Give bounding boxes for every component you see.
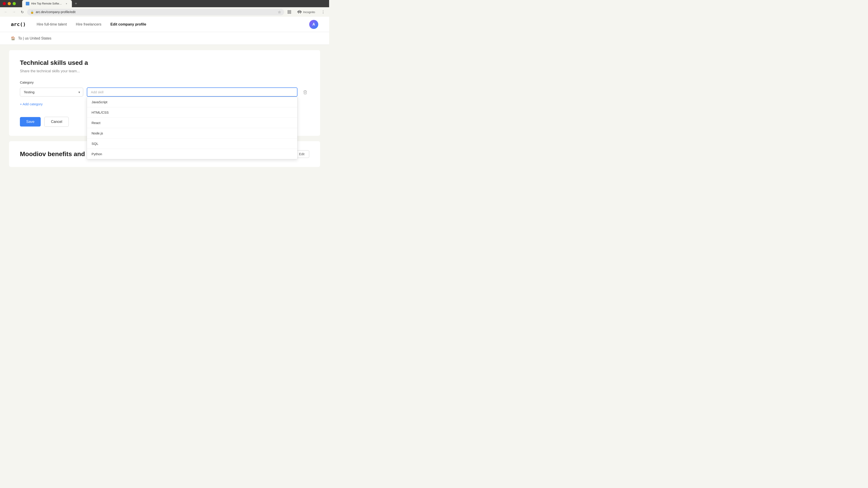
extensions-button[interactable] xyxy=(286,8,293,15)
dropdown-item-sql[interactable]: SQL xyxy=(87,138,297,149)
incognito-button[interactable]: Incognito xyxy=(295,9,317,15)
category-label: Category xyxy=(20,80,309,84)
location-icon: 🏠 xyxy=(11,36,16,40)
skills-dropdown: JavaScript HTML/CSS React Node.js SQL Py… xyxy=(87,97,298,159)
forward-button[interactable]: → xyxy=(11,9,17,15)
category-select-wrapper: Testing Frontend Backend DevOps ▾ xyxy=(20,88,83,96)
window-close-button[interactable] xyxy=(3,2,6,5)
save-button[interactable]: Save xyxy=(20,117,41,127)
window-maximize-button[interactable] xyxy=(13,2,16,5)
location-text: To | us United States xyxy=(18,36,51,40)
url-text: arc.dev/company-profile/edit xyxy=(36,10,276,14)
new-tab-button[interactable]: + xyxy=(73,0,79,7)
section-title: Technical skills used a xyxy=(20,59,309,66)
back-button[interactable]: ← xyxy=(3,9,9,15)
address-bar[interactable]: 🔒 arc.dev/company-profile/edit ☆ xyxy=(27,9,284,15)
tab-favicon xyxy=(26,2,29,5)
menu-button[interactable]: ⋮ xyxy=(320,8,327,15)
svg-rect-2 xyxy=(288,12,289,13)
toolbar-icons: Incognito ⋮ xyxy=(286,8,327,15)
category-select[interactable]: Testing Frontend Backend DevOps xyxy=(20,88,83,96)
browser-tab[interactable]: Hire Top Remote Software Dev... × xyxy=(22,0,72,7)
dropdown-item-javascript[interactable]: JavaScript xyxy=(87,97,297,107)
tab-close-button[interactable]: × xyxy=(65,2,68,5)
nav-hire-fulltime[interactable]: Hire full-time talent xyxy=(37,22,67,26)
svg-rect-3 xyxy=(290,12,291,13)
lock-icon: 🔒 xyxy=(30,10,34,14)
location-bar: 🏠 To | us United States xyxy=(0,32,329,45)
category-row: Testing Frontend Backend DevOps ▾ JavaSc… xyxy=(20,88,309,97)
skills-section: Technical skills used a Share the techni… xyxy=(9,50,320,136)
category-column: Category Testing Frontend Backend DevOps… xyxy=(20,80,309,102)
site-wrapper: arc() Hire full-time talent Hire freelan… xyxy=(0,17,329,184)
nav-links: Hire full-time talent Hire freelancers E… xyxy=(37,22,309,26)
address-bar-row: ← → ↻ 🔒 arc.dev/company-profile/edit ☆ xyxy=(0,7,329,17)
section-subtitle: Share the technical skills your team... xyxy=(20,69,309,73)
site-nav: arc() Hire full-time talent Hire freelan… xyxy=(0,17,329,32)
svg-rect-0 xyxy=(288,10,289,11)
dropdown-item-react[interactable]: React xyxy=(87,118,297,128)
nav-hire-freelancers[interactable]: Hire freelancers xyxy=(76,22,101,26)
tab-title: Hire Top Remote Software Dev... xyxy=(31,2,63,5)
arc-logo[interactable]: arc() xyxy=(11,22,26,27)
nav-edit-profile[interactable]: Edit company profile xyxy=(111,22,146,26)
window-minimize-button[interactable] xyxy=(8,2,11,5)
nav-avatar[interactable]: A xyxy=(309,20,318,29)
dropdown-item-htmlcss[interactable]: HTML/CSS xyxy=(87,107,297,118)
add-category-link[interactable]: + Add category xyxy=(20,102,43,106)
bookmark-icon[interactable]: ☆ xyxy=(278,10,281,14)
edit-next-section-label: Edit xyxy=(299,152,305,156)
tab-bar: Hire Top Remote Software Dev... × + xyxy=(0,0,329,7)
incognito-label: Incognito xyxy=(303,10,315,14)
reload-button[interactable]: ↻ xyxy=(19,9,25,15)
page-content: 🏠 To | us United States Technical skills… xyxy=(0,32,329,184)
skill-input-wrapper: JavaScript HTML/CSS React Node.js SQL Py… xyxy=(87,88,298,97)
skill-input[interactable] xyxy=(87,88,298,97)
browser-chrome: Hire Top Remote Software Dev... × + ← → … xyxy=(0,0,329,17)
svg-rect-1 xyxy=(290,10,291,11)
cancel-button[interactable]: Cancel xyxy=(44,117,69,127)
dropdown-item-python[interactable]: Python xyxy=(87,149,297,159)
window-controls xyxy=(3,2,16,5)
delete-skill-button[interactable] xyxy=(301,88,309,96)
dropdown-item-nodejs[interactable]: Node.js xyxy=(87,128,297,138)
